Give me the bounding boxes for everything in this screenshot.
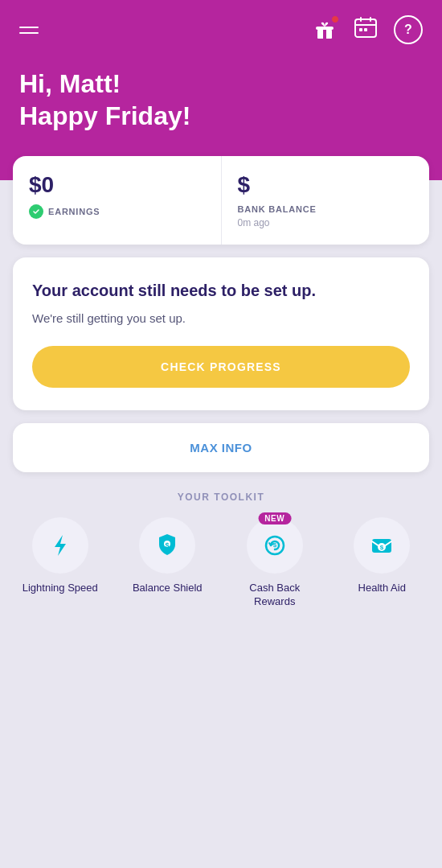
- svg-rect-6: [370, 17, 371, 22]
- new-badge: NEW: [258, 512, 291, 525]
- greeting: Hi, Matt! Happy Friday!: [19, 68, 423, 132]
- svg-rect-7: [355, 24, 376, 26]
- max-info-label: MAX INFO: [190, 441, 252, 455]
- lightning-icon: [47, 532, 74, 559]
- envelope-icon: $: [368, 532, 395, 559]
- balance-card: $0 EARNINGS $ BANK BALANCE 0m ago: [13, 156, 429, 245]
- earnings-amount: $0: [29, 172, 205, 198]
- toolkit-item-cash-back-rewards[interactable]: NEW $ Cash Back Rewards: [231, 517, 319, 609]
- health-aid-label: Health Aid: [358, 582, 406, 595]
- help-icon-wrapper[interactable]: ?: [394, 15, 423, 44]
- setup-subtitle: We're still getting you set up.: [32, 310, 410, 327]
- shield-icon: $: [153, 532, 181, 559]
- notification-badge: [331, 15, 339, 23]
- svg-rect-8: [359, 28, 362, 31]
- svg-rect-9: [364, 28, 367, 31]
- balance-shield-icon-wrap: $: [139, 517, 195, 574]
- svg-text:$: $: [380, 544, 384, 551]
- check-icon: [29, 204, 43, 219]
- earnings-section: $0 EARNINGS: [13, 156, 222, 245]
- calendar-icon: [352, 14, 379, 42]
- setup-title: Your account still needs to be set up.: [32, 280, 410, 302]
- check-progress-button[interactable]: CHECK PROGRESS: [32, 346, 410, 388]
- bank-time: 0m ago: [238, 217, 414, 228]
- header-top: ?: [19, 14, 423, 45]
- lightning-speed-label: Lightning Speed: [23, 582, 98, 595]
- gift-icon-wrapper[interactable]: [312, 17, 338, 43]
- header-icons: ?: [312, 14, 423, 45]
- bank-label: BANK BALANCE: [238, 204, 414, 214]
- health-aid-icon-circle: $: [354, 517, 410, 574]
- cash-back-rewards-label: Cash Back Rewards: [231, 582, 319, 609]
- health-aid-icon-wrap: $: [354, 517, 410, 574]
- toolkit-item-lightning-speed[interactable]: Lightning Speed: [16, 517, 104, 595]
- earnings-label: EARNINGS: [29, 204, 205, 219]
- hamburger-menu[interactable]: [19, 27, 39, 34]
- header: ? Hi, Matt! Happy Friday!: [0, 0, 442, 180]
- toolkit-section: YOUR TOOLKIT Lightning Speed: [0, 492, 442, 641]
- main-content: $0 EARNINGS $ BANK BALANCE 0m ago Your a…: [0, 156, 442, 472]
- toolkit-item-health-aid[interactable]: $ Health Aid: [338, 517, 426, 595]
- cash-back-rewards-icon-wrap: NEW $: [247, 517, 303, 574]
- balance-shield-label: Balance Shield: [133, 582, 203, 595]
- lightning-speed-icon-wrap: [32, 517, 88, 574]
- balance-shield-icon-circle: $: [139, 517, 195, 574]
- svg-text:$: $: [273, 541, 277, 549]
- toolkit-grid: Lightning Speed $ Balance Shield NEW: [6, 517, 436, 609]
- svg-rect-3: [323, 27, 326, 30]
- toolkit-item-balance-shield[interactable]: $ Balance Shield: [123, 517, 211, 595]
- calendar-icon-wrapper[interactable]: [352, 14, 379, 45]
- bank-balance-section: $ BANK BALANCE 0m ago: [222, 156, 430, 245]
- max-info-card[interactable]: MAX INFO: [13, 423, 429, 472]
- setup-card: Your account still needs to be set up. W…: [13, 257, 429, 410]
- svg-text:$: $: [166, 541, 170, 549]
- lightning-speed-icon-circle: [32, 517, 88, 574]
- greeting-line1: Hi, Matt!: [19, 68, 423, 100]
- cash-back-icon: $: [261, 532, 289, 559]
- help-icon: ?: [404, 23, 412, 37]
- greeting-line2: Happy Friday!: [19, 100, 423, 132]
- svg-rect-5: [360, 17, 362, 22]
- bank-symbol: $: [238, 172, 414, 198]
- cash-back-rewards-icon-circle: $: [247, 517, 303, 574]
- toolkit-title: YOUR TOOLKIT: [6, 492, 436, 503]
